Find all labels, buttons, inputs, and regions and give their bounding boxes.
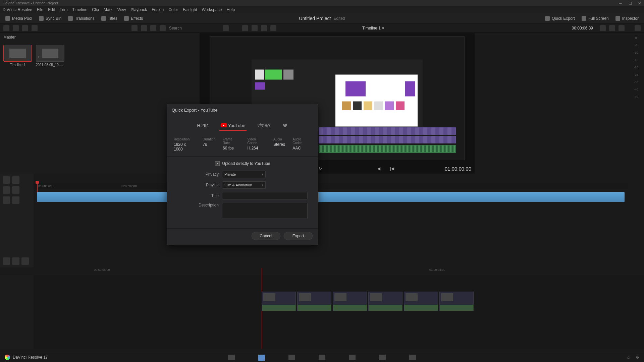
- bin-list-icon[interactable]: [3, 25, 9, 31]
- refresh-icon[interactable]: [32, 25, 38, 31]
- menu-fairlight[interactable]: Fairlight: [183, 7, 197, 12]
- quick-export-button[interactable]: Quick Export: [543, 15, 577, 21]
- effects-button[interactable]: Effects: [122, 15, 145, 21]
- home-icon[interactable]: ⌂: [627, 355, 630, 360]
- search-input[interactable]: [169, 26, 219, 31]
- tool-link-icon[interactable]: [12, 196, 19, 204]
- transitions-button[interactable]: Transitions: [66, 15, 96, 21]
- page-edit-icon[interactable]: [288, 355, 295, 360]
- menu-mark[interactable]: Mark: [104, 7, 113, 12]
- viewer-opts-icon[interactable]: [270, 25, 276, 31]
- menu-help[interactable]: Help: [226, 7, 235, 12]
- tool-arrow-icon[interactable]: [3, 176, 10, 184]
- import-media-icon[interactable]: [13, 25, 19, 31]
- full-screen-button[interactable]: Full Screen: [580, 15, 611, 21]
- bypass-icon[interactable]: [619, 25, 625, 31]
- lower-ruler[interactable]: 00:59:56:00 01:00:04:00: [0, 268, 644, 275]
- sort-icon[interactable]: [223, 25, 229, 31]
- import-folder-icon[interactable]: [22, 25, 28, 31]
- window-title-bar: DaVinci Resolve - Untitled Project ─ ☐ ✕: [0, 0, 644, 6]
- menu-timeline[interactable]: Timeline: [72, 7, 87, 12]
- playlist-select[interactable]: Film & Animation ▾: [222, 181, 266, 189]
- solo-icon[interactable]: [21, 257, 29, 265]
- menu-fusion[interactable]: Fusion: [152, 7, 164, 12]
- view-list-icon[interactable]: [131, 25, 138, 31]
- resolve-logo-icon: [5, 355, 10, 360]
- title-input[interactable]: [222, 192, 308, 199]
- video-clip[interactable]: [404, 292, 438, 311]
- description-input[interactable]: [222, 203, 308, 219]
- menu-clip[interactable]: Clip: [92, 7, 99, 12]
- maximize-icon[interactable]: ☐: [629, 1, 632, 5]
- jog-back-icon[interactable]: ◀|: [376, 165, 383, 172]
- video-clip[interactable]: [297, 292, 331, 311]
- menu-view[interactable]: View: [117, 7, 126, 12]
- timeline-clip[interactable]: [37, 192, 625, 202]
- tool-slip-icon[interactable]: [12, 186, 19, 194]
- menu-edit[interactable]: Edit: [48, 7, 55, 12]
- upload-checkbox[interactable]: ✓: [215, 161, 220, 166]
- minimize-icon[interactable]: ─: [619, 1, 623, 5]
- video-clip[interactable]: [333, 292, 367, 311]
- titles-icon: [101, 16, 106, 21]
- upper-timeline-tracks[interactable]: [319, 127, 456, 153]
- search-icon[interactable]: [160, 25, 166, 31]
- preset-twitter[interactable]: [281, 121, 289, 131]
- tool-snap-icon[interactable]: [3, 196, 10, 204]
- page-fairlight-icon[interactable]: [379, 355, 386, 360]
- page-color-icon[interactable]: [349, 355, 356, 360]
- menu-color[interactable]: Color: [168, 7, 178, 12]
- sync-bin-icon: [39, 16, 44, 21]
- media-clip[interactable]: Timeline 1: [3, 45, 32, 67]
- video-clip[interactable]: [368, 292, 402, 311]
- settings-icon[interactable]: ⚙: [636, 355, 639, 360]
- viewer-timecode[interactable]: 01:00:00:00: [445, 166, 471, 172]
- inspector-button[interactable]: Inspector: [613, 15, 641, 21]
- privacy-select[interactable]: Private ▾: [222, 171, 266, 178]
- jog-fwd-icon[interactable]: |◀: [389, 165, 395, 172]
- bin-master[interactable]: Master: [0, 33, 200, 42]
- chevron-down-icon: ▾: [262, 173, 263, 176]
- titles-button[interactable]: Titles: [99, 15, 119, 21]
- source-timecode: 00:00:06:39: [572, 26, 593, 31]
- preset-vimeo[interactable]: vimeo: [256, 121, 271, 131]
- media-clip[interactable]: ♪ 2021-05-05_19-14-...: [36, 45, 64, 67]
- marker-icon[interactable]: [600, 25, 606, 31]
- viewer-grid-icon[interactable]: [252, 25, 258, 31]
- viewer-dual-icon[interactable]: [261, 25, 267, 31]
- tool-bar: Media Pool Sync Bin Transitions Titles E…: [0, 13, 644, 23]
- quick-export-icon: [545, 16, 550, 21]
- tool-blade-icon[interactable]: [12, 176, 19, 184]
- speaker-icon[interactable]: [635, 25, 641, 31]
- view-strip-icon[interactable]: [150, 25, 156, 31]
- media-pool-button[interactable]: Media Pool: [3, 15, 34, 21]
- track-header[interactable]: [0, 268, 34, 349]
- page-deliver-icon[interactable]: [409, 355, 416, 360]
- page-fusion-icon[interactable]: [319, 355, 325, 360]
- mute-icon[interactable]: [12, 257, 19, 265]
- menu-trim[interactable]: Trim: [60, 7, 68, 12]
- lock-icon[interactable]: [3, 257, 10, 265]
- effects-icon: [124, 16, 129, 21]
- export-button[interactable]: Export: [284, 232, 313, 240]
- flag-icon[interactable]: [609, 25, 615, 31]
- video-clip[interactable]: [439, 292, 474, 311]
- timeline-dropdown[interactable]: Timeline 1 ▾: [362, 26, 384, 31]
- page-cut-icon[interactable]: [258, 355, 265, 360]
- menu-davinci[interactable]: DaVinci Resolve: [3, 7, 32, 12]
- video-clip[interactable]: [262, 292, 296, 311]
- menu-workspace[interactable]: Workspace: [202, 7, 222, 12]
- preset-youtube[interactable]: YouTube: [219, 121, 247, 131]
- viewer-mode-icon[interactable]: [242, 25, 248, 31]
- view-thumb-icon[interactable]: [141, 25, 147, 31]
- preset-h264[interactable]: H.264: [196, 121, 210, 131]
- menu-file[interactable]: File: [37, 7, 43, 12]
- timeline-tools: [0, 174, 34, 267]
- close-icon[interactable]: ✕: [638, 1, 641, 5]
- tool-trim-icon[interactable]: [3, 186, 10, 194]
- menu-playback[interactable]: Playback: [130, 7, 147, 12]
- timeline-ruler[interactable]: 01:00:00:00 01:00:02:00: [34, 183, 628, 189]
- cancel-button[interactable]: Cancel: [252, 232, 280, 240]
- sync-bin-button[interactable]: Sync Bin: [37, 15, 63, 21]
- page-media-icon[interactable]: [228, 355, 235, 360]
